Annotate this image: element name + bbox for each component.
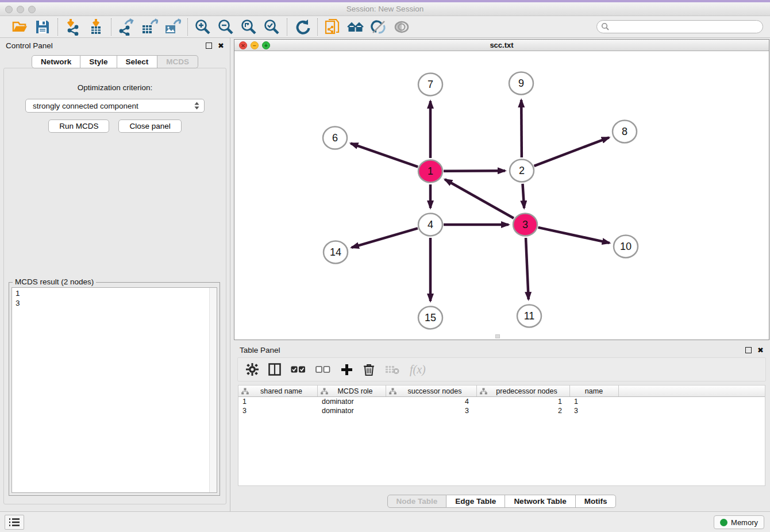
close-table-panel-icon[interactable]: ✖ — [757, 347, 764, 353]
graph-node-10[interactable]: 10 — [614, 236, 638, 258]
memory-button[interactable]: Memory — [714, 515, 764, 529]
zoom-in-icon[interactable] — [194, 18, 212, 36]
table-settings-gear-icon[interactable] — [246, 362, 259, 377]
svg-text:14: 14 — [330, 246, 341, 258]
search-icon — [601, 22, 609, 32]
tab-select[interactable]: Select — [117, 55, 158, 68]
column-label: MCDS role — [328, 387, 386, 395]
new-network-from-selection-icon[interactable] — [324, 18, 342, 36]
table-toolbar: f(x) — [237, 357, 766, 381]
column-header-shared-name[interactable]: shared name — [238, 385, 318, 396]
graph-edge-2-8[interactable] — [534, 137, 609, 166]
export-table-icon[interactable] — [140, 18, 159, 36]
apply-layout-icon[interactable] — [293, 18, 311, 36]
cell-shared-name[interactable]: 1 — [238, 398, 318, 406]
unselect-all-columns-icon[interactable] — [315, 362, 330, 377]
cell-successor-nodes[interactable]: 4 — [386, 398, 477, 406]
table-tab-node-table[interactable]: Node Table — [387, 495, 447, 508]
graph-node-7[interactable]: 7 — [418, 74, 442, 96]
table-row[interactable]: 3dominator323 — [238, 406, 765, 415]
zoom-selected-icon[interactable] — [263, 18, 281, 36]
close-window-button[interactable] — [5, 6, 13, 13]
zoom-out-icon[interactable] — [217, 18, 235, 36]
graph-edge-1-6[interactable] — [351, 144, 418, 167]
export-image-icon[interactable] — [163, 18, 182, 36]
minimize-window-button[interactable] — [17, 6, 24, 13]
open-session-icon[interactable] — [10, 18, 29, 36]
close-network-icon[interactable]: ✕ — [239, 41, 247, 49]
float-table-panel-icon[interactable] — [745, 347, 752, 353]
cell-name[interactable]: 3 — [570, 407, 619, 415]
table-tab-network-table[interactable]: Network Table — [505, 495, 575, 508]
show-columns-icon[interactable] — [268, 362, 281, 377]
network-window-titlebar[interactable]: ✕ − + scc.txt — [234, 40, 769, 51]
select-all-columns-icon[interactable] — [291, 362, 306, 377]
graph-node-14[interactable]: 14 — [324, 241, 348, 264]
cell-MCDS-role[interactable]: dominator — [318, 407, 386, 415]
column-header-MCDS-role[interactable]: MCDS role — [318, 385, 386, 396]
graph-edge-4-14[interactable] — [352, 228, 418, 247]
graph-edge-2-3[interactable] — [522, 184, 524, 208]
search-input[interactable] — [596, 20, 763, 33]
hide-panel-eye-icon[interactable] — [392, 18, 411, 36]
result-scrollbar[interactable] — [209, 288, 217, 492]
create-column-plus-icon[interactable] — [340, 362, 353, 377]
column-header-successor-nodes[interactable]: successor nodes — [386, 385, 477, 396]
graph-node-6[interactable]: 6 — [323, 127, 347, 149]
graph-node-9[interactable]: 9 — [509, 72, 533, 95]
network-canvas[interactable]: 7968124314101511 — [234, 51, 769, 340]
tab-network[interactable]: Network — [32, 55, 80, 68]
delete-column-trash-icon[interactable] — [363, 362, 375, 377]
close-panel-button[interactable]: Close panel — [118, 119, 181, 133]
export-network-icon[interactable] — [117, 18, 136, 36]
import-network-icon[interactable] — [64, 18, 82, 36]
cell-successor-nodes[interactable]: 3 — [386, 407, 477, 415]
vizmapper-icon[interactable] — [369, 18, 388, 36]
column-header-name[interactable]: name — [570, 385, 619, 396]
cell-name[interactable]: 1 — [570, 398, 619, 406]
maximize-window-button[interactable] — [28, 6, 36, 13]
control-panel-tabs: NetworkStyleSelectMCDS — [0, 55, 230, 68]
graph-edge-1-2[interactable] — [444, 171, 505, 171]
mcds-result-text: 1 3 — [12, 288, 209, 492]
maximize-network-icon[interactable]: + — [262, 41, 270, 49]
reset-view-icon[interactable] — [346, 18, 365, 36]
column-label: name — [573, 387, 618, 395]
task-history-button[interactable] — [5, 515, 24, 530]
memory-label: Memory — [731, 518, 758, 527]
graph-node-2[interactable]: 2 — [510, 160, 534, 182]
tab-mcds[interactable]: MCDS — [157, 55, 198, 68]
optimization-criterion-select[interactable]: strongly connected component — [25, 99, 205, 113]
svg-text:11: 11 — [524, 310, 535, 322]
graph-node-4[interactable]: 4 — [418, 214, 442, 236]
graph-edge-3-11[interactable] — [526, 238, 529, 299]
save-session-icon[interactable] — [33, 18, 52, 36]
cell-predecessor-nodes[interactable]: 2 — [477, 407, 570, 415]
column-header-predecessor-nodes[interactable]: predecessor nodes — [477, 385, 570, 396]
graph-edge-3-1[interactable] — [445, 179, 514, 218]
cell-predecessor-nodes[interactable]: 1 — [477, 398, 570, 406]
table-tab-motifs[interactable]: Motifs — [576, 495, 617, 508]
float-panel-icon[interactable] — [206, 43, 212, 49]
close-panel-icon[interactable]: ✖ — [218, 43, 224, 49]
tab-style[interactable]: Style — [80, 55, 117, 68]
graph-node-3[interactable]: 3 — [513, 214, 537, 236]
graph-node-11[interactable]: 11 — [517, 305, 541, 327]
cell-shared-name[interactable]: 3 — [238, 407, 318, 415]
fx-label: f(x) — [410, 363, 426, 376]
graph-edge-3-10[interactable] — [538, 228, 609, 243]
cell-MCDS-role[interactable]: dominator — [318, 398, 386, 406]
graph-node-8[interactable]: 8 — [613, 121, 637, 143]
graph-node-1[interactable]: 1 — [418, 160, 442, 183]
splitter-grip[interactable] — [495, 334, 500, 338]
graph-node-15[interactable]: 15 — [418, 307, 442, 329]
table-tab-edge-table[interactable]: Edge Table — [446, 495, 505, 508]
zoom-fit-icon[interactable] — [240, 18, 258, 36]
run-mcds-button[interactable]: Run MCDS — [48, 119, 109, 133]
table-row[interactable]: 1dominator411 — [238, 397, 765, 406]
svg-text:6: 6 — [332, 132, 338, 144]
graph-edge-2-9[interactable] — [521, 100, 522, 157]
column-type-icon — [389, 388, 396, 395]
minimize-network-icon[interactable]: − — [251, 41, 259, 49]
import-table-icon[interactable] — [87, 18, 105, 36]
